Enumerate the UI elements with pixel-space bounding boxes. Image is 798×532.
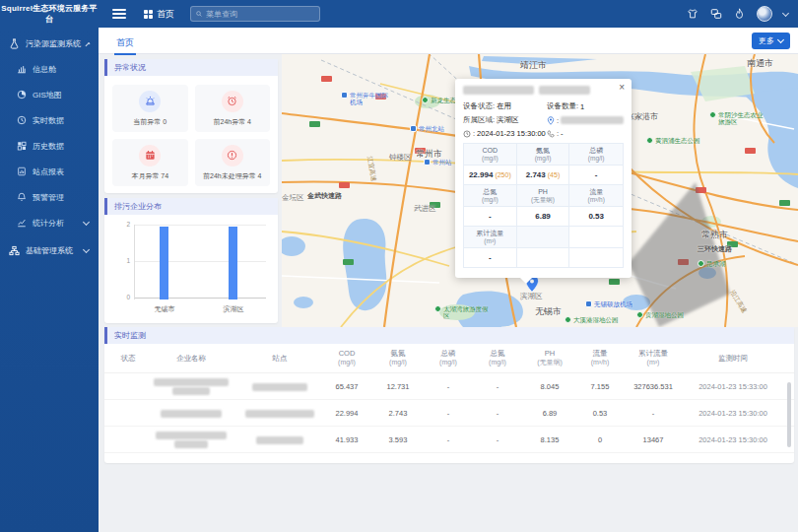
chevron-down-icon [83,218,90,225]
site-name-masked [238,381,321,390]
card-label: 前24h异常 4 [213,117,251,127]
y-tick: 2 [112,221,130,228]
sidebar-item-label: 统计分析 [33,218,64,229]
sidebar-item-label: 预警管理 [33,192,64,203]
pie-map-icon [17,90,27,100]
flask-icon [9,38,20,49]
table-row[interactable]: 22.994 2.743 - - 6.89 0.53 - 2024-01-23 … [104,400,794,427]
sidebar-item-label: 历史数据 [33,141,64,152]
address-masked [561,116,624,124]
sidebar-item-history-data[interactable]: 历史数据 [0,133,99,159]
breadcrumb[interactable]: 首页 [144,8,174,21]
popup-params-table: COD(mg/l) 氨氮(mg/l) 总磷(mg/l) 22.994(250) … [463,143,624,268]
more-button[interactable]: 更多 [752,33,790,49]
enterprise-name-masked [144,377,238,395]
card-label: 前24h未处理异常 4 [203,171,262,181]
alarm-clock-icon [222,91,243,112]
bar-binhu[interactable] [229,227,237,299]
abnormal-cards: 当前异常 0 前24h异常 4 本月异常 74 前24h未处理异常 4 [104,76,278,195]
close-icon[interactable]: × [619,83,625,93]
tab-bar: 首页 更多 [99,28,798,54]
user-avatar[interactable] [757,6,772,22]
panel-title: 排污企业分布 [104,198,278,215]
layout-switch-icon[interactable] [709,8,722,21]
sidebar-item-label: 信息舱 [33,64,56,75]
home-grid-icon [144,10,153,19]
breadcrumb-label: 首页 [157,8,174,21]
panel-title: 实时监测 [104,327,794,344]
device-status-label: 设备状态: [463,101,495,111]
bar-chart-icon [17,64,27,74]
app-logo: Squirrel生态环境云服务平台 [0,3,99,25]
site-name-masked [238,408,321,417]
top-header: Squirrel生态环境云服务平台 首页 [0,0,798,28]
y-tick: 1 [112,257,130,264]
sidebar-group-pollution-monitoring[interactable]: 污染源监测系统 [0,31,99,56]
popup-device-info: 设备状态:在用 设备数量:1 所属区域:滨湖区 : :2024-01-23 15… [463,101,624,138]
org-icon [9,245,20,256]
enterprise-name-masked [144,408,238,417]
table-row[interactable]: 65.437 12.731 - - 8.045 7.155 327636.531… [104,373,794,400]
popup-time: 2024-01-23 15:30:00 [477,129,546,138]
sidebar-item-gis-map[interactable]: GIS地图 [0,82,99,107]
y-tick: 0 [112,294,130,300]
chevron-up-icon [86,42,91,47]
bar-wuxi[interactable] [160,227,168,299]
calendar-icon [139,145,161,166]
sidebar-nav: 污染源监测系统 信息舱 GIS地图 实时数据 历史数据 站点报表 预警管理 [0,28,99,532]
panel-title: 异常状况 [104,59,278,76]
site-name-masked [238,434,321,443]
popup-phone: - [561,129,564,138]
card-label: 当前异常 0 [133,117,166,127]
card-current-abnormal[interactable]: 当前异常 0 [112,85,188,132]
sidebar-item-label: GIS地图 [33,90,62,100]
abnormal-status-panel: 异常状况 当前异常 0 前24h异常 4 本月异常 74 [104,59,278,193]
table-header: 状态 企业名称 站点 COD(mg/l) 氨氮(mg/l) 总磷(mg/l) 总… [104,344,794,373]
card-label: 本月异常 74 [131,171,168,181]
sidebar-group-label: 基础管理系统 [26,245,73,256]
device-count-label: 设备数量: [547,101,578,111]
enterprise-distribution-panel: 排污企业分布 2 1 0 无锡市 滨湖区 [104,198,278,323]
card-month-abnormal[interactable]: 本月异常 74 [112,139,188,186]
chevron-down-icon[interactable] [782,9,789,16]
sidebar-item-statistics[interactable]: 统计分析 [0,210,99,235]
phone-icon [547,130,555,138]
sidebar-item-site-report[interactable]: 站点报表 [0,159,99,184]
hamburger-menu-icon[interactable] [112,9,126,19]
app-root: Squirrel生态环境云服务平台 首页 污染源监测系 [0,0,798,532]
realtime-monitor-panel: 实时监测 状态 企业名称 站点 COD(mg/l) 氨氮(mg/l) 总磷(mg… [104,327,794,463]
card-24h-unhandled[interactable]: 前24h未处理异常 4 [195,139,271,186]
region-value: 滨湖区 [497,115,519,125]
x-category: 无锡市 [140,304,189,314]
popup-title-masked [463,86,624,96]
clock-icon [463,130,471,138]
line-chart-icon [17,218,27,228]
x-category: 滨湖区 [209,304,258,314]
bar-chart: 2 1 0 无锡市 滨湖区 [112,219,270,321]
header-actions [686,6,798,22]
sidebar-group-label: 污染源监测系统 [26,38,81,49]
flame-icon[interactable] [733,8,746,21]
theme-shirt-icon[interactable] [686,8,698,21]
table-row[interactable]: 41.933 3.593 - - 8.135 0 13467 2024-01-2… [104,427,794,453]
menu-search[interactable] [190,6,320,22]
tab-home[interactable]: 首页 [110,33,140,52]
more-label: 更多 [759,35,774,46]
table-scrollbar[interactable] [787,382,791,447]
card-24h-abnormal[interactable]: 前24h异常 4 [195,85,271,132]
station-info-popup: × 设备状态:在用 设备数量:1 所属区域:滨湖区 : :2024-01-23 … [455,79,632,278]
region-label: 所属区域: [463,115,495,125]
sidebar-item-alert-management[interactable]: 预警管理 [0,184,99,210]
search-input[interactable] [206,10,314,19]
chevron-down-icon [83,245,90,252]
enterprise-name-masked [144,431,238,448]
chevron-down-icon [777,36,784,43]
device-status-value: 在用 [497,101,511,111]
sidebar-item-info-hub[interactable]: 信息舱 [0,56,99,82]
exclamation-circle-icon [222,145,243,166]
sidebar-group-base-management[interactable]: 基础管理系统 [0,237,99,263]
search-icon [196,10,202,18]
siren-icon [139,91,161,112]
sidebar-item-realtime-data[interactable]: 实时数据 [0,107,99,133]
bell-icon [17,192,27,202]
